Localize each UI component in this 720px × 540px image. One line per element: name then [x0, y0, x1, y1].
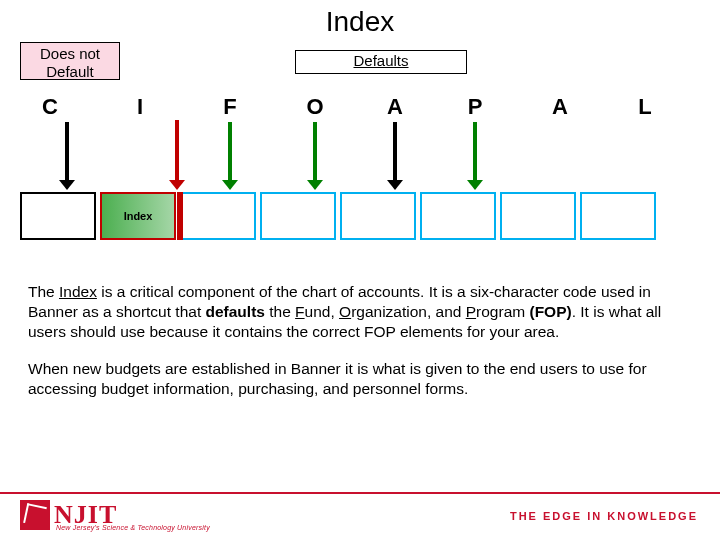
defaults-box: Defaults: [295, 50, 467, 74]
letter-c: C: [35, 94, 65, 120]
arrow-a1: [393, 122, 397, 182]
cell-a2: [500, 192, 576, 240]
cell-o: [260, 192, 336, 240]
p1-the: the: [265, 303, 295, 320]
arrow-f: [228, 122, 232, 182]
page-title: Index: [0, 6, 720, 38]
red-strip: [177, 192, 183, 240]
does-not-default-box: Does not Default: [20, 42, 120, 80]
p1-rogram: rogram: [476, 303, 529, 320]
cell-c: [20, 192, 96, 240]
logo-mark-icon: [20, 500, 50, 530]
paragraph-2: When new budgets are established in Bann…: [28, 359, 692, 399]
letter-i: I: [125, 94, 155, 120]
letter-o: O: [300, 94, 330, 120]
p1-und: und,: [305, 303, 339, 320]
p1-rg: rganization, and: [351, 303, 466, 320]
p1-defaults: defaults: [206, 303, 265, 320]
edge-tagline: THE EDGE IN KNOWLEDGE: [510, 510, 698, 522]
cell-row: Index: [20, 192, 660, 240]
paragraph-1: The Index is a critical component of the…: [28, 282, 692, 341]
arrow-c: [65, 122, 69, 182]
p1-f: F: [295, 303, 304, 320]
letter-l: L: [630, 94, 660, 120]
footer: NJIT New Jersey's Science & Technology U…: [0, 492, 720, 540]
letter-f: F: [215, 94, 245, 120]
cell-p: [420, 192, 496, 240]
letter-a1: A: [380, 94, 410, 120]
cell-f: [180, 192, 256, 240]
logo-subtitle: New Jersey's Science & Technology Univer…: [56, 524, 210, 531]
diagram-area: Does not Default Defaults C I F O A P A …: [20, 42, 700, 272]
arrow-o: [313, 122, 317, 182]
cell-l: [580, 192, 656, 240]
p1-text: The: [28, 283, 59, 300]
cell-a1: [340, 192, 416, 240]
letter-a2: A: [545, 94, 575, 120]
cell-index: Index: [100, 192, 176, 240]
arrow-p: [473, 122, 477, 182]
arrow-i: [175, 120, 179, 182]
letter-p: P: [460, 94, 490, 120]
footer-line: [0, 492, 720, 494]
p1-o: O: [339, 303, 351, 320]
p1-index: Index: [59, 283, 97, 300]
p1-fop: (FOP): [529, 303, 571, 320]
p1-p: P: [466, 303, 476, 320]
